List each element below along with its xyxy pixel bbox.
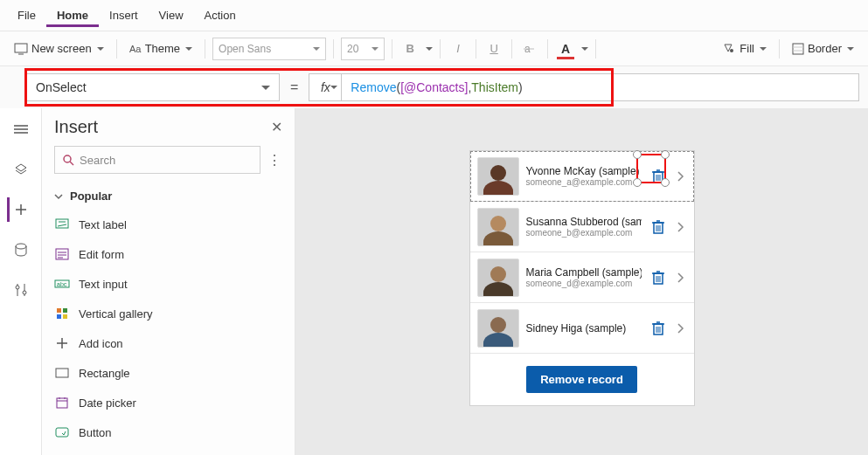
property-name: OnSelect [36,80,87,94]
insert-item-text-label[interactable]: Text label [42,210,295,239]
menu-file[interactable]: File [7,3,46,27]
avatar [477,208,519,246]
gallery-row[interactable]: Sidney Higa (sample) [470,303,694,354]
chevron-down-icon [54,192,63,201]
rail-insert-icon[interactable] [7,197,31,222]
separator [116,39,117,59]
more-icon[interactable]: ⋮ [267,152,282,169]
insert-item-date-picker[interactable]: Date picker [42,388,295,417]
menu-home[interactable]: Home [46,3,99,27]
rail-layers-icon[interactable] [9,157,33,182]
section-label: Popular [70,190,112,203]
gallery-row[interactable]: Yvonne McKay (sample) someone_a@example.… [470,151,694,202]
chevron-right-icon[interactable] [675,272,687,283]
gallery-control[interactable]: Yvonne McKay (sample) someone_a@example.… [469,150,695,406]
menu-view[interactable]: View [149,3,194,27]
section-popular[interactable]: Popular [42,183,295,210]
gallery-row[interactable]: Susanna Stubberod (sample) someone_b@exa… [470,202,694,252]
separator [392,39,392,59]
trash-icon[interactable] [649,217,668,237]
insert-panel: Insert ✕ Search ⋮ Popular Text label Edi… [42,108,295,455]
formula-fn: Remove [351,80,396,94]
insert-item-button[interactable]: Button [42,417,295,447]
font-name: Open Sans [219,43,271,55]
insert-item-add-icon[interactable]: Add icon [42,328,295,358]
trash-icon[interactable] [649,167,668,186]
insert-item-edit-form[interactable]: Edit form [42,239,295,269]
remove-record-button[interactable]: Remove record [526,366,637,393]
avatar [477,309,519,348]
chevron-down-icon [185,47,192,54]
bold-button[interactable]: B [399,38,420,59]
svg-rect-36 [57,398,67,408]
insert-title: Insert [54,117,98,137]
svg-rect-0 [15,44,27,52]
insert-item-label: Rectangle [79,367,130,380]
search-input[interactable]: Search [54,146,260,174]
svg-rect-30 [63,308,67,313]
canvas[interactable]: Yvonne McKay (sample) someone_a@example.… [295,108,868,455]
separator [779,39,780,59]
vertical-gallery-icon [54,306,70,321]
contact-name: Susanna Stubberod (sample) [526,216,642,228]
chevron-right-icon[interactable] [675,171,687,182]
insert-item-label: Edit form [79,248,124,261]
svg-point-14 [16,244,26,249]
insert-item-label: Date picker [79,396,136,410]
insert-item-label: Button [79,426,112,439]
equals-label: = [280,79,309,95]
insert-item-vertical-gallery[interactable]: Vertical gallery [42,299,295,328]
font-size-select[interactable]: 20 [341,38,385,60]
italic-button[interactable]: I [448,38,469,59]
font-color-button[interactable]: A [555,38,576,59]
property-select[interactable]: OnSelect [26,73,280,101]
contact-name: Yvonne McKay (sample) [526,165,642,177]
rail-tree-icon[interactable] [9,117,33,141]
svg-rect-32 [63,314,67,319]
chevron-down-icon [760,47,767,54]
text-label-icon [54,217,70,232]
avatar [477,259,519,297]
svg-point-19 [64,155,71,162]
svg-point-18 [23,291,26,294]
svg-rect-35 [56,369,68,377]
rail-settings-icon[interactable] [9,278,33,302]
chevron-right-icon[interactable] [675,222,687,232]
svg-rect-40 [56,428,68,437]
trash-icon[interactable] [649,268,668,287]
insert-list: Text label Edit form abcText input Verti… [42,210,295,447]
trash-icon[interactable] [649,319,668,338]
avatar [477,157,519,196]
menu-action[interactable]: Action [194,3,247,27]
chevron-down-icon [97,47,104,54]
svg-rect-29 [57,308,61,313]
contact-email: someone_d@example.com [526,279,642,288]
fill-button[interactable]: Fill [717,38,772,59]
new-screen-button[interactable]: New screen [9,38,109,59]
close-icon[interactable]: ✕ [271,119,282,135]
gallery-row[interactable]: Maria Campbell (sample) someone_d@exampl… [470,252,694,303]
search-placeholder: Search [80,154,115,167]
theme-button[interactable]: Aa Theme [124,38,198,59]
insert-item-rectangle[interactable]: Rectangle [42,358,295,388]
new-screen-label: New screen [31,42,92,55]
rail-data-icon[interactable] [9,238,33,262]
date-picker-icon [54,395,70,410]
text-input-icon: abc [54,276,70,292]
chevron-down-icon [426,47,433,54]
insert-item-label: Vertical gallery [79,307,153,321]
chevron-down-icon [581,47,588,54]
svg-line-20 [70,162,73,165]
theme-label: Theme [145,42,180,55]
border-button[interactable]: Border [787,38,859,59]
strike-button[interactable]: a [519,38,540,59]
insert-item-text-input[interactable]: abcText input [42,269,295,299]
font-select[interactable]: Open Sans [212,38,326,60]
fx-button[interactable]: fx [309,73,342,101]
formula-bar: OnSelect = fx Remove( [@Contacts], ThisI… [0,66,868,108]
formula-input[interactable]: Remove( [@Contacts], ThisItem ) [342,73,859,101]
chevron-right-icon[interactable] [675,323,687,334]
menu-insert[interactable]: Insert [99,3,149,27]
underline-button[interactable]: U [483,38,504,59]
svg-rect-6 [793,44,803,54]
